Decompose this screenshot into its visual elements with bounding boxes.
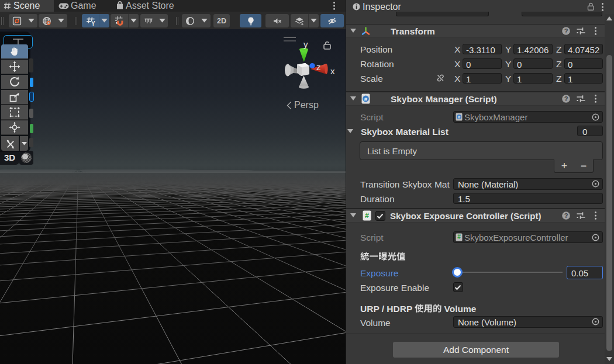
svg-text:#: # xyxy=(457,234,461,240)
svg-text:?: ? xyxy=(564,212,568,219)
svg-text:Y: Y xyxy=(91,20,95,25)
svg-text:?: ? xyxy=(564,27,568,34)
svg-text:#: # xyxy=(364,96,368,102)
svg-text:#: # xyxy=(365,212,369,220)
svg-text:?: ? xyxy=(564,95,568,102)
